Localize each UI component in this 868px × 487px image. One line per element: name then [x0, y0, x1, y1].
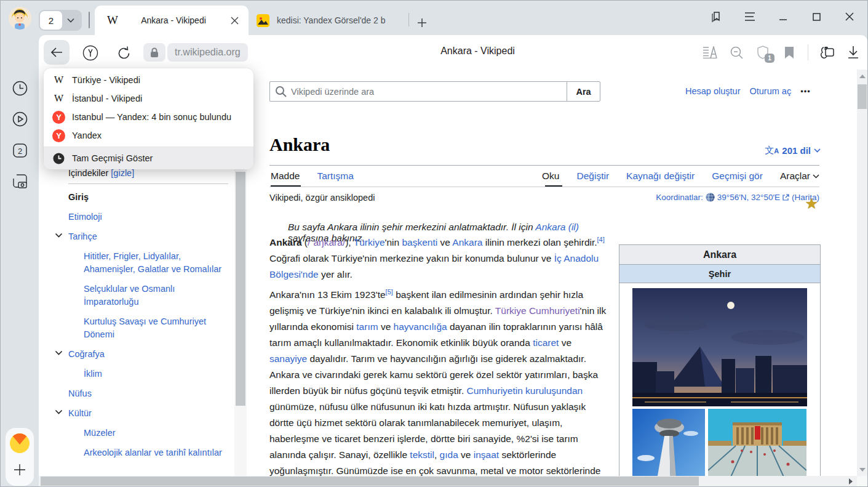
title-divider — [269, 165, 819, 166]
toc-item-cografya[interactable]: Coğrafya — [55, 348, 227, 361]
coordinates-value[interactable]: 39°56′N, 32°50′E — [717, 193, 780, 202]
toc-header: İçindekiler [gizle] — [55, 168, 239, 178]
tabs-panel-icon[interactable]: 2 — [10, 141, 29, 159]
scroll-right-icon[interactable] — [845, 476, 856, 486]
add-widget-button[interactable] — [6, 459, 34, 481]
languages-icon: 文A — [765, 145, 779, 156]
url-text: tr.wikipedia.org — [175, 47, 241, 58]
toc-item-muzeler[interactable]: Müzeler — [55, 427, 227, 440]
yandex-mail-icon[interactable] — [10, 433, 30, 453]
close-window-button[interactable] — [840, 7, 859, 26]
horizontal-scrollbar-thumb[interactable] — [41, 477, 699, 486]
reader-mode-icon[interactable] — [702, 44, 718, 60]
ankara-night-skyline-image[interactable] — [632, 288, 807, 406]
search-button[interactable]: Ara — [567, 81, 600, 102]
vertical-scrollbar[interactable] — [857, 70, 867, 476]
media-play-icon[interactable] — [10, 110, 29, 128]
toc-item-iklim[interactable]: İklim — [55, 368, 227, 380]
screenshot-icon[interactable] — [10, 172, 29, 190]
history-item-turkiye[interactable]: W Türkiye - Vikipedi — [44, 71, 253, 89]
article-title: Ankara — [269, 134, 330, 155]
download-icon[interactable] — [845, 44, 861, 60]
tab-ankara-vikipedi[interactable]: W Ankara - Vikipedi — [95, 6, 249, 35]
scroll-down-icon[interactable] — [857, 464, 867, 475]
toc-item-tarihce[interactable]: Tarihçe — [55, 230, 227, 243]
history-item-istanbul-vikipedi[interactable]: W İstanbul - Vikipedi — [44, 89, 253, 108]
tab-gecmisi-gor[interactable]: Geçmişi gör — [712, 171, 763, 182]
horizontal-scrollbar[interactable] — [39, 476, 857, 486]
toc-item-selcuklular[interactable]: Selçuklular ve Osmanlı İmparatorluğu — [55, 283, 227, 308]
toc-scrollbar[interactable] — [234, 168, 247, 486]
protect-shield-icon[interactable]: 1 — [755, 44, 771, 60]
toc-item-kurtulus[interactable]: Kurtuluş Savaşı ve Cumhuriyet Dönemi — [55, 315, 227, 341]
anitkabir-image[interactable] — [708, 409, 806, 486]
bookmark-icon[interactable] — [781, 44, 797, 60]
sign-in-link[interactable]: Oturum aç — [749, 86, 791, 96]
search-icon — [275, 86, 287, 97]
site-security-lock-icon[interactable] — [143, 43, 165, 62]
infobox: Ankara Şehir — [619, 244, 821, 486]
mail-flap-shape — [10, 433, 30, 445]
menu-icon[interactable] — [741, 7, 759, 26]
new-tab-button[interactable] — [413, 14, 431, 31]
chevron-down-icon[interactable] — [55, 350, 63, 356]
show-full-history-item[interactable]: Tam Geçmişi Göster — [44, 147, 253, 169]
toc-item-kultur[interactable]: Kültür — [55, 407, 227, 420]
toolbar-page-title: Ankara - Vikipedi — [273, 46, 683, 57]
history-item-istanbul-yandex[interactable]: Y Istanbul — Yandex: 4 bin sonuç bulundu — [44, 108, 253, 126]
toc-item-giris[interactable]: Giriş — [55, 191, 227, 204]
language-selector[interactable]: 文A 201 dil — [765, 145, 821, 156]
tab-degistir[interactable]: Değiştir — [577, 171, 610, 182]
toc-hide-link[interactable]: [gizle] — [111, 168, 134, 178]
tab-madde[interactable]: Madde — [271, 171, 300, 182]
tab-kedisi-yandex-gorsel[interactable]: kedisi: Yandex Görsel'de 2 b — [252, 6, 405, 35]
table-of-contents: İçindekiler [gizle] Giriş Etimoloji Tari… — [55, 168, 239, 459]
scroll-up-icon[interactable] — [857, 71, 867, 81]
zoom-out-icon[interactable] — [728, 44, 744, 60]
tools-menu[interactable]: Araçlar — [780, 171, 819, 182]
tab-kaynagi-degistir[interactable]: Kaynağı değiştir — [626, 171, 695, 182]
toc-item-arkeolojik[interactable]: Arkeolojik alanlar ve tarihî kalıntılar — [55, 446, 227, 459]
shield-counter-badge: 1 — [765, 54, 774, 63]
address-bar[interactable]: tr.wikipedia.org — [167, 43, 248, 62]
external-link-icon — [782, 194, 789, 201]
more-options-icon[interactable]: ••• — [800, 87, 811, 96]
yandex-services-icon[interactable] — [82, 44, 99, 62]
yandex-icon: Y — [52, 111, 65, 124]
plus-icon — [417, 18, 427, 28]
chevron-down-icon[interactable] — [55, 233, 63, 238]
tab-oku[interactable]: Oku — [542, 171, 559, 182]
plus-icon — [14, 464, 26, 476]
paragraph-2: Ankara'nın 13 Ekim 1923'te[5] başkent il… — [269, 287, 607, 479]
back-button[interactable] — [44, 40, 70, 65]
toc-scrollbar-thumb[interactable] — [236, 172, 245, 406]
minimize-button[interactable] — [774, 7, 792, 26]
create-account-link[interactable]: Hesap oluştur — [685, 86, 740, 96]
tab-title: Ankara - Vikipedi — [119, 15, 228, 25]
infobox-images — [619, 283, 820, 486]
browser-sidebar: 2 ••• — [1, 35, 39, 486]
history-item-yandex[interactable]: Y Yandex — [44, 126, 253, 145]
side-panels-icon[interactable] — [707, 7, 726, 26]
maximize-button[interactable] — [807, 7, 826, 26]
profile-avatar[interactable] — [9, 7, 31, 30]
coordinates-label[interactable]: Koordinatlar: — [656, 193, 703, 202]
image-tab-icon — [257, 14, 269, 27]
article-tabs: Madde Tartışma Oku Değiştir Kaynağı deği… — [269, 168, 819, 187]
toolbar-right-icons: 1 — [702, 35, 861, 70]
collections-icon[interactable] — [819, 44, 835, 60]
tab-tartisma[interactable]: Tartışma — [317, 171, 353, 182]
search-input[interactable] — [269, 81, 567, 102]
toc-item-etimoloji[interactable]: Etimoloji — [55, 211, 227, 223]
tabstrip-divider — [89, 12, 90, 28]
history-icon[interactable] — [10, 79, 29, 97]
atakule-tower-image[interactable] — [632, 409, 705, 486]
tab-group-counter[interactable]: 2 — [39, 10, 82, 31]
reload-icon[interactable] — [115, 44, 132, 62]
chevron-down-icon[interactable] — [55, 409, 63, 415]
toc-item-hititler[interactable]: Hititler, Frigler, Lidyalılar, Ahamenişl… — [55, 250, 227, 276]
toc-item-nufus[interactable]: Nüfus — [55, 387, 227, 400]
history-dropdown-menu: W Türkiye - Vikipedi W İstanbul - Vikipe… — [44, 68, 253, 169]
vertical-scrollbar-thumb[interactable] — [858, 84, 867, 109]
close-tab-icon[interactable] — [228, 14, 241, 27]
